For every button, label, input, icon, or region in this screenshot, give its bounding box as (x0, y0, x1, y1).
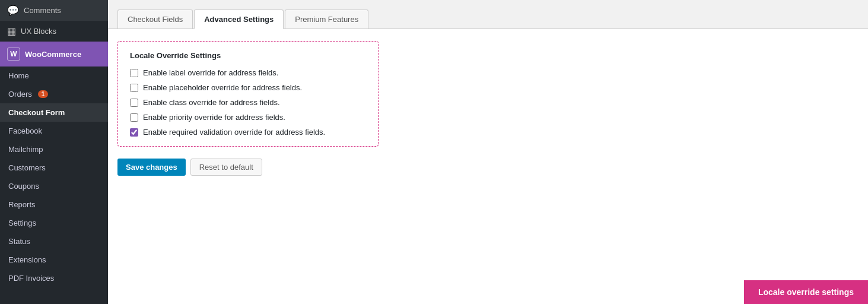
checkbox-row-placeholder-override: Enable placeholder override for address … (130, 83, 366, 92)
buttons-row: Save changes Reset to default (117, 159, 859, 176)
sidebar-item-reports[interactable]: Reports (0, 195, 108, 214)
sidebar-comments-label: Comments (24, 6, 61, 15)
checkbox-label-priority-override: Enable priority override for address fie… (143, 113, 285, 122)
checkbox-required-validation[interactable] (130, 128, 138, 137)
woo-logo-icon: W (7, 48, 20, 61)
tab-advanced-settings[interactable]: Advanced Settings (194, 10, 284, 29)
sidebar: 💬 Comments ▦ UX Blocks W WooCommerce Hom… (0, 0, 108, 304)
sidebar-item-checkout-form[interactable]: Checkout Form (0, 103, 108, 122)
checkbox-row-required-validation: Enable required validation override for … (130, 128, 366, 137)
sidebar-item-status[interactable]: Status (0, 232, 108, 251)
checkbox-label-placeholder-override: Enable placeholder override for address … (143, 83, 302, 92)
checkbox-row-class-override: Enable class override for address fields… (130, 98, 366, 107)
orders-badge: 1 (38, 90, 49, 98)
checkbox-label-required-validation: Enable required validation override for … (143, 128, 325, 137)
reset-button[interactable]: Reset to default (190, 159, 262, 176)
checkbox-row-label-override: Enable label override for address fields… (130, 68, 366, 77)
sidebar-item-mailchimp[interactable]: Mailchimp (0, 140, 108, 159)
tab-checkout-fields[interactable]: Checkout Fields (117, 10, 193, 28)
sidebar-item-customers[interactable]: Customers (0, 159, 108, 177)
sidebar-item-settings[interactable]: Settings (0, 214, 108, 232)
uxblocks-icon: ▦ (7, 26, 16, 37)
checkbox-label-class-override: Enable class override for address fields… (143, 98, 280, 107)
checkbox-label-label-override: Enable label override for address fields… (143, 68, 278, 77)
sidebar-item-comments[interactable]: 💬 Comments (0, 0, 108, 21)
sidebar-item-orders[interactable]: Orders1 (0, 85, 108, 103)
sidebar-nav: HomeOrders1Checkout FormFacebookMailchim… (0, 66, 108, 287)
checkbox-placeholder-override[interactable] (130, 84, 138, 92)
tab-premium-features[interactable]: Premium Features (285, 10, 368, 28)
sidebar-item-home[interactable]: Home (0, 66, 108, 85)
sidebar-item-pdf-invoices[interactable]: PDF Invoices (0, 269, 108, 287)
sidebar-woocommerce[interactable]: W WooCommerce (0, 42, 108, 66)
main-content: Checkout FieldsAdvanced SettingsPremium … (108, 0, 868, 304)
locale-settings-box: Locale Override Settings Enable label ov… (117, 41, 379, 147)
locale-tooltip: Locale override settings (744, 280, 868, 304)
checkbox-label-override[interactable] (130, 69, 138, 77)
sidebar-item-facebook[interactable]: Facebook (0, 122, 108, 140)
checkbox-class-override[interactable] (130, 99, 138, 107)
checkbox-priority-override[interactable] (130, 113, 138, 122)
sidebar-woocommerce-label: WooCommerce (25, 50, 81, 59)
sidebar-item-uxblocks[interactable]: ▦ UX Blocks (0, 21, 108, 42)
locale-settings-title: Locale Override Settings (130, 51, 366, 60)
content-area: Locale Override Settings Enable label ov… (108, 29, 868, 304)
tabs-bar: Checkout FieldsAdvanced SettingsPremium … (108, 0, 868, 29)
save-button[interactable]: Save changes (117, 159, 186, 176)
comments-icon: 💬 (7, 5, 19, 16)
sidebar-item-coupons[interactable]: Coupons (0, 177, 108, 195)
checkbox-row-priority-override: Enable priority override for address fie… (130, 113, 366, 122)
sidebar-uxblocks-label: UX Blocks (21, 27, 56, 36)
sidebar-item-extensions[interactable]: Extensions (0, 251, 108, 269)
